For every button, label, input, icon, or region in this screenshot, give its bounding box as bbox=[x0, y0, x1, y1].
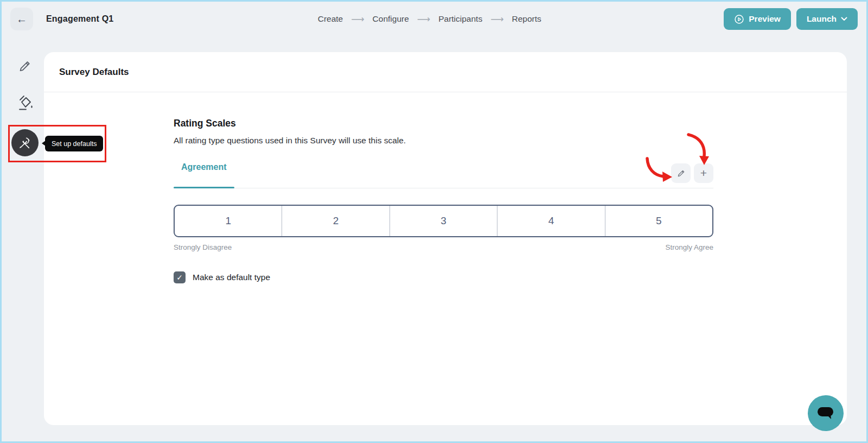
step-reports[interactable]: Reports bbox=[512, 14, 541, 24]
tools-icon bbox=[16, 134, 34, 151]
play-icon bbox=[734, 14, 744, 24]
fill-color-icon bbox=[16, 93, 34, 112]
rating-scales-section: Rating Scales All rating type questions … bbox=[44, 92, 713, 283]
checkbox-label: Make as default type bbox=[193, 273, 270, 282]
step-arrow-icon: ⟶ bbox=[490, 14, 503, 25]
launch-label: Launch bbox=[807, 14, 837, 24]
sidebar-item-theme[interactable] bbox=[16, 93, 34, 112]
chevron-down-icon bbox=[841, 17, 847, 21]
topbar-actions: Preview Launch bbox=[724, 8, 858, 30]
rating-scales-title: Rating Scales bbox=[174, 118, 713, 129]
checkbox-box[interactable]: ✓ bbox=[174, 271, 186, 283]
stepper: Create ⟶ Configure ⟶ Participants ⟶ Repo… bbox=[318, 2, 541, 36]
sidebar-item-defaults[interactable] bbox=[11, 129, 39, 156]
frame: { "topbar": { "title": "Engagement Q1", … bbox=[0, 0, 868, 443]
launch-button[interactable]: Launch bbox=[796, 8, 858, 30]
preview-button[interactable]: Preview bbox=[724, 8, 791, 30]
main-card: Survey Defaults Rating Scales All rating… bbox=[44, 52, 847, 425]
scale-cell: 4 bbox=[497, 206, 605, 236]
back-button[interactable]: ← bbox=[10, 8, 33, 30]
scale-labels: Strongly Disagree Strongly Agree bbox=[174, 243, 713, 251]
survey-defaults-title: Survey Defaults bbox=[59, 67, 129, 78]
default-type-checkbox[interactable]: ✓ Make as default type bbox=[174, 271, 713, 283]
scale-max-label: Strongly Agree bbox=[665, 243, 713, 251]
plus-icon: + bbox=[700, 167, 707, 180]
pencil-icon bbox=[17, 58, 33, 74]
page-title: Engagement Q1 bbox=[46, 14, 113, 24]
scale-cell: 5 bbox=[605, 206, 712, 236]
scale-cell: 2 bbox=[282, 206, 390, 236]
card-header: Survey Defaults bbox=[44, 52, 847, 92]
chat-launcher-button[interactable] bbox=[808, 395, 844, 431]
defaults-tooltip: Set up defaults bbox=[45, 136, 103, 151]
scale-tabs: Agreement + bbox=[174, 160, 713, 188]
add-scale-button[interactable]: + bbox=[694, 163, 713, 183]
active-tab-underline bbox=[174, 187, 234, 188]
chat-bubble-icon bbox=[816, 406, 835, 421]
check-icon: ✓ bbox=[176, 273, 183, 282]
step-arrow-icon: ⟶ bbox=[417, 14, 430, 25]
edit-pencil-icon bbox=[676, 168, 686, 179]
step-participants[interactable]: Participants bbox=[438, 14, 482, 24]
topbar: ← Engagement Q1 Create ⟶ Configure ⟶ Par… bbox=[2, 2, 866, 36]
scale-cell: 3 bbox=[390, 206, 497, 236]
scale-min-label: Strongly Disagree bbox=[174, 243, 232, 251]
tab-agreement[interactable]: Agreement bbox=[174, 162, 234, 188]
tooltip-label: Set up defaults bbox=[52, 140, 97, 148]
rating-scales-description: All rating type questions used in this S… bbox=[174, 136, 713, 145]
step-configure[interactable]: Configure bbox=[373, 14, 409, 24]
step-arrow-icon: ⟶ bbox=[351, 14, 364, 25]
preview-label: Preview bbox=[749, 14, 781, 24]
scale-cell: 1 bbox=[175, 206, 282, 236]
edit-scale-button[interactable] bbox=[671, 163, 691, 183]
tab-agreement-label: Agreement bbox=[181, 162, 227, 172]
rating-scale: 1 2 3 4 5 bbox=[174, 205, 713, 237]
step-create[interactable]: Create bbox=[318, 14, 343, 24]
sidebar-item-edit[interactable] bbox=[17, 58, 33, 74]
scale-actions: + bbox=[671, 163, 713, 183]
back-arrow-icon: ← bbox=[16, 13, 27, 26]
